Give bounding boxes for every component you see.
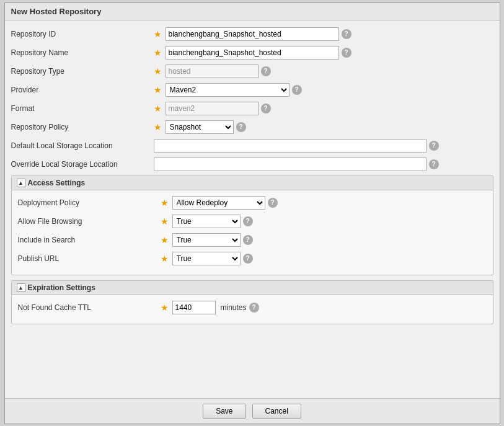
repository-name-row: Repository Name ★ ? [11,45,493,60]
repository-type-control: ★ ? [154,64,493,78]
repository-id-label: Repository ID [11,30,154,38]
access-settings-collapse-icon[interactable]: ▲ [17,179,25,187]
default-storage-control: ? [154,139,493,153]
repository-name-label: Repository Name [11,48,154,57]
minutes-label: minutes [221,303,247,312]
deployment-policy-row: Deployment Policy ★ Allow Redeploy Disab… [18,195,487,210]
provider-help-icon[interactable]: ? [292,85,302,95]
allow-file-browsing-control: ★ True False ? [161,215,487,228]
default-storage-row: Default Local Storage Location ? [11,138,493,153]
dialog-new-hosted-repository: New Hosted Repository Repository ID ★ ? … [4,2,500,424]
repository-name-input[interactable] [166,46,339,60]
publish-url-select[interactable]: True False [172,252,241,265]
expiration-settings-collapse-icon[interactable]: ▲ [17,283,25,292]
provider-row: Provider ★ Maven2 Maven1 Ivy NuGet npm P… [11,82,493,97]
not-found-cache-label: Not Found Cache TTL [18,303,161,312]
override-storage-label: Override Local Storage Location [11,160,154,169]
repository-id-help-icon[interactable]: ? [342,29,351,39]
publish-url-help-icon[interactable]: ? [243,254,253,264]
required-star-11: ★ [161,303,169,313]
provider-label: Provider [11,86,154,94]
repository-type-input [166,64,259,78]
override-storage-help-icon[interactable]: ? [429,159,439,169]
default-storage-help-icon[interactable]: ? [429,141,439,151]
format-label: Format [11,104,154,113]
required-star-3: ★ [154,66,162,76]
repository-type-help-icon[interactable]: ? [261,66,271,76]
required-star-4: ★ [154,85,162,95]
required-star-9: ★ [161,235,169,245]
not-found-cache-help-icon[interactable]: ? [249,303,259,313]
default-storage-label: Default Local Storage Location [11,141,154,150]
repository-type-row: Repository Type ★ ? [11,64,493,79]
repository-policy-label: Repository Policy [11,123,154,131]
include-in-search-select[interactable]: True False [172,233,241,247]
format-input [166,102,259,115]
format-row: Format ★ ? [11,101,493,116]
required-star-6: ★ [154,122,162,132]
repository-name-control: ★ ? [154,46,493,60]
repository-id-input[interactable] [166,27,339,41]
format-help-icon[interactable]: ? [261,104,271,113]
repository-id-control: ★ ? [154,27,493,41]
access-settings-section: ▲ Access Settings Deployment Policy ★ Al… [11,175,493,275]
publish-url-row: Publish URL ★ True False ? [18,251,487,266]
cancel-button[interactable]: Cancel [252,404,301,419]
access-settings-header: ▲ Access Settings [12,176,493,190]
expiration-settings-header: ▲ Expiration Settings [12,281,493,295]
include-in-search-row: Include in Search ★ True False ? [18,233,487,247]
required-star-8: ★ [161,216,169,226]
repository-policy-row: Repository Policy ★ Snapshot Release Mix… [11,120,493,135]
repository-name-help-icon[interactable]: ? [342,48,351,58]
include-in-search-label: Include in Search [18,236,161,244]
dialog-body: Repository ID ★ ? Repository Name ★ ? Re… [5,20,500,398]
not-found-cache-row: Not Found Cache TTL ★ minutes ? [18,300,487,315]
repository-policy-help-icon[interactable]: ? [236,122,246,132]
include-in-search-control: ★ True False ? [161,233,487,247]
allow-file-browsing-select[interactable]: True False [172,215,241,228]
default-storage-input[interactable] [154,139,427,153]
allow-file-browsing-row: Allow File Browsing ★ True False ? [18,214,487,229]
repository-policy-control: ★ Snapshot Release Mixed ? [154,120,493,134]
format-control: ★ ? [154,102,493,115]
repository-id-row: Repository ID ★ ? [11,27,493,42]
required-star-5: ★ [154,104,162,113]
expiration-settings-section: ▲ Expiration Settings Not Found Cache TT… [11,280,493,324]
override-storage-control: ? [154,158,493,171]
deployment-policy-select[interactable]: Allow Redeploy Disable Redeploy Read Onl… [172,196,265,210]
save-button[interactable]: Save [203,404,245,419]
not-found-cache-control: ★ minutes ? [161,301,487,314]
publish-url-control: ★ True False ? [161,252,487,265]
expiration-settings-content: Not Found Cache TTL ★ minutes ? [12,295,493,324]
required-star-2: ★ [154,48,162,58]
deployment-policy-label: Deployment Policy [18,198,161,207]
repository-type-label: Repository Type [11,67,154,76]
provider-select[interactable]: Maven2 Maven1 Ivy NuGet npm PyPI [166,83,290,97]
access-settings-content: Deployment Policy ★ Allow Redeploy Disab… [12,190,493,275]
required-star-7: ★ [161,198,169,208]
override-storage-row: Override Local Storage Location ? [11,157,493,172]
expiration-settings-title: Expiration Settings [28,283,95,292]
include-in-search-help-icon[interactable]: ? [243,235,253,245]
allow-file-browsing-help-icon[interactable]: ? [243,216,253,226]
repository-policy-select[interactable]: Snapshot Release Mixed [166,120,234,134]
allow-file-browsing-label: Allow File Browsing [18,217,161,226]
required-star: ★ [154,29,162,39]
provider-control: ★ Maven2 Maven1 Ivy NuGet npm PyPI ? [154,83,493,97]
not-found-cache-input[interactable] [172,301,216,314]
dialog-footer: Save Cancel [5,398,500,424]
required-star-10: ★ [161,254,169,264]
dialog-title: New Hosted Repository [5,3,500,20]
deployment-policy-help-icon[interactable]: ? [268,198,278,208]
access-settings-title: Access Settings [28,179,86,187]
publish-url-label: Publish URL [18,254,161,263]
deployment-policy-control: ★ Allow Redeploy Disable Redeploy Read O… [161,196,487,210]
override-storage-input[interactable] [154,158,427,171]
